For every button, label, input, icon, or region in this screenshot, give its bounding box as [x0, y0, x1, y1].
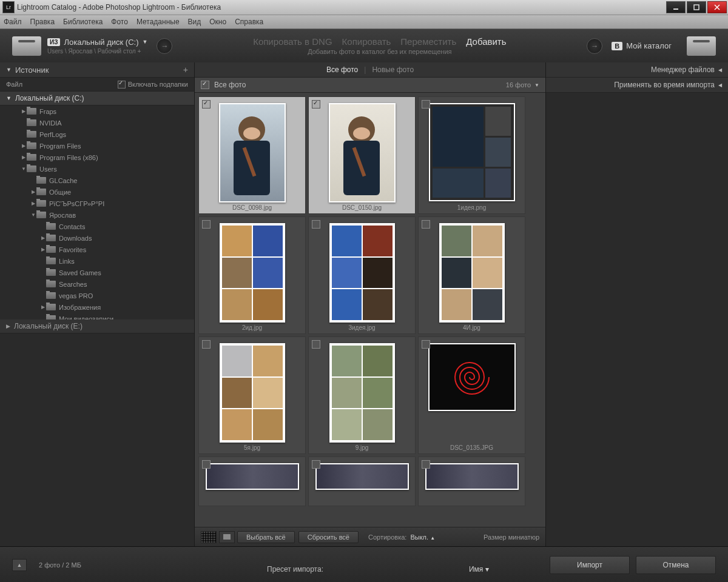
thumbnail-cell[interactable]: 2ид.jpg — [198, 216, 306, 334]
svg-rect-0 — [673, 8, 678, 10]
folder-tree-item[interactable]: PerfLogs — [0, 129, 194, 140]
thumbnail-checkbox[interactable] — [422, 100, 430, 109]
menubar: ФайлПравкаБиблиотекаФотоМетаданныеВидОкн… — [0, 15, 728, 29]
grid-view-icon[interactable] — [201, 531, 217, 543]
thumbnail-filename: 1идея.png — [419, 204, 525, 211]
thumbnail-checkbox[interactable] — [312, 100, 320, 109]
svg-rect-1 — [694, 5, 699, 10]
loupe-view-icon[interactable] — [219, 531, 235, 543]
menu-item[interactable]: Вид — [188, 18, 201, 26]
folder-tree-item[interactable]: GLCache — [0, 175, 194, 186]
folder-tree-item[interactable]: ▶Fraps — [0, 105, 194, 117]
disk-header[interactable]: ▼Локальный диск (C:) — [0, 92, 194, 105]
thumbnail-checkbox[interactable] — [422, 220, 430, 229]
menu-item[interactable]: Справка — [235, 18, 263, 26]
arrow-right-icon[interactable]: → — [587, 38, 602, 54]
import-mode-option[interactable]: Добавить — [466, 36, 506, 47]
thumbnail-cell[interactable] — [308, 457, 416, 506]
menu-item[interactable]: Фото — [111, 18, 128, 26]
folder-tree-item[interactable]: ▼Users — [0, 163, 194, 175]
thumbnail-filename: DSC_0135.JPG — [419, 444, 525, 451]
import-button[interactable]: Импорт — [550, 556, 630, 574]
folder-tree-item[interactable]: Contacts — [0, 221, 194, 232]
tab-new-photos[interactable]: Новые фото — [372, 65, 414, 74]
deselect-all-button[interactable]: Сбросить всё — [298, 531, 359, 543]
thumbnail-cell[interactable]: DSC_0135.JPG — [418, 336, 525, 454]
folder-tree-item[interactable]: ▶Favorites — [0, 244, 194, 255]
menu-item[interactable]: Файл — [4, 18, 22, 26]
menu-item[interactable]: Метаданные — [136, 18, 180, 26]
to-badge: В — [612, 42, 622, 50]
thumbnail-cell[interactable]: DSC_0150.jpg — [308, 96, 416, 214]
folder-tree-item[interactable]: ▼Ярослав — [0, 209, 194, 221]
minimize-button[interactable] — [666, 1, 686, 13]
dest-drive-icon — [687, 36, 716, 56]
right-panel: Менеджер файлов◀ Применять во время импо… — [545, 62, 728, 547]
import-modes[interactable]: Копировать в DNGКопироватьПереместитьДоб… — [181, 36, 578, 47]
import-preset[interactable]: Пресет импорта: Имя ▾ — [267, 565, 489, 574]
app-icon: Lr — [2, 1, 15, 13]
thumbnail-checkbox[interactable] — [202, 100, 211, 109]
folder-tree-item[interactable]: Мои видеозаписи — [0, 313, 194, 319]
include-subfolders-checkbox[interactable] — [118, 81, 126, 89]
include-subfolders-row[interactable]: Файл Включать подпапки — [0, 78, 194, 92]
maximize-button[interactable] — [687, 1, 706, 13]
folder-tree-item[interactable]: ▶Program Files (x86) — [0, 152, 194, 163]
folder-tree-item[interactable]: Saved Games — [0, 267, 194, 278]
thumbnail-checkbox[interactable] — [202, 460, 211, 469]
source-panel: ▼Источник+ Файл Включать подпапки ▼Локал… — [0, 62, 195, 547]
thumbnail-checkbox[interactable] — [202, 340, 211, 349]
tab-all-photos[interactable]: Все фото — [326, 65, 358, 74]
source-drive-icon — [12, 36, 41, 56]
thumbnail-cell[interactable]: 9.jpg — [308, 336, 416, 454]
expand-button[interactable]: ▲ — [12, 559, 27, 571]
thumbnail-cell[interactable] — [418, 457, 525, 506]
thumbnail-cell[interactable]: DSC_0098.jpg — [198, 96, 306, 214]
thumbnail-checkbox[interactable] — [312, 220, 320, 229]
titlebar: Lr Lightroom Catalog - Adobe Photoshop L… — [0, 0, 728, 15]
thumbnail-cell[interactable]: 5я.jpg — [198, 336, 306, 454]
close-button[interactable] — [707, 1, 727, 13]
menu-item[interactable]: Окно — [209, 18, 226, 26]
folder-tree-item[interactable]: ▶Изображения — [0, 301, 194, 313]
import-mode-option[interactable]: Копировать — [342, 36, 391, 47]
folder-tree: ▶FrapsNVIDIAPerfLogs▶Program Files▶Progr… — [0, 105, 194, 319]
sort-dropdown[interactable]: Выкл. ▲ — [410, 534, 435, 541]
folder-tree-item[interactable]: NVIDIA — [0, 117, 194, 129]
thumbnail-cell[interactable] — [198, 457, 306, 506]
folder-tree-item[interactable]: ▶Downloads — [0, 232, 194, 244]
sort-label: Сортировка: — [368, 534, 406, 541]
folder-tree-item[interactable]: Links — [0, 255, 194, 267]
file-manager-header[interactable]: Менеджер файлов◀ — [546, 62, 728, 78]
folder-tree-item[interactable]: vegas PRO — [0, 290, 194, 301]
thumbnail-checkbox[interactable] — [422, 340, 430, 349]
destination-selector[interactable]: В Мой каталог — [612, 41, 672, 50]
thumbnail-checkbox[interactable] — [422, 460, 430, 469]
thumbnail-filename: DSC_0098.jpg — [199, 204, 305, 211]
select-all-checkbox[interactable] — [201, 81, 209, 89]
folder-tree-item[interactable]: ▶Общие — [0, 186, 194, 198]
add-source-icon[interactable]: + — [183, 65, 188, 75]
thumbnail-cell[interactable]: 4И.jpg — [418, 216, 525, 334]
import-mode-option[interactable]: Копировать в DNG — [253, 36, 332, 47]
menu-item[interactable]: Библиотека — [63, 18, 103, 26]
source-panel-header[interactable]: ▼Источник+ — [0, 62, 194, 78]
thumbnail-checkbox[interactable] — [312, 340, 320, 349]
arrow-right-icon[interactable]: → — [157, 38, 172, 54]
thumbnail-cell[interactable]: 1идея.png — [418, 96, 525, 214]
import-mode-option[interactable]: Переместить — [400, 36, 456, 47]
menu-item[interactable]: Правка — [30, 18, 55, 26]
thumbnail-checkbox[interactable] — [312, 460, 320, 469]
disk-e-row[interactable]: ▶Локальный диск (E:) — [0, 319, 194, 333]
folder-tree-item[interactable]: ▶РїС’ЪРsСГР»Р°РІ — [0, 198, 194, 209]
cancel-button[interactable]: Отмена — [636, 556, 716, 574]
thumbnail-filename: 4И.jpg — [419, 324, 525, 331]
source-selector[interactable]: ИЗ Локальный диск (C:) ▼ — [47, 38, 147, 47]
select-all-button[interactable]: Выбрать всё — [237, 531, 295, 543]
apply-during-import-header[interactable]: Применять во время импорта◀ — [546, 78, 728, 93]
thumbnail-cell[interactable]: 3идея.jpg — [308, 216, 416, 334]
thumbnail-checkbox[interactable] — [202, 220, 211, 229]
folder-tree-item[interactable]: ▶Program Files — [0, 140, 194, 152]
footer: ▲ 2 фото / 2 МБ Пресет импорта: Имя ▾ Им… — [0, 546, 728, 582]
folder-tree-item[interactable]: Searches — [0, 278, 194, 290]
